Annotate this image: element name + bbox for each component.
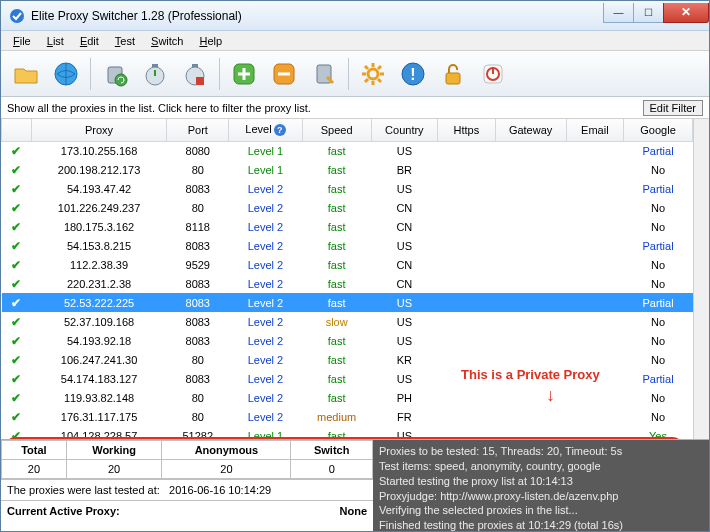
https-cell <box>438 217 495 236</box>
table-row[interactable]: ✔104.128.228.5751282Level 1fastUSYes <box>2 426 693 439</box>
gateway-cell <box>495 198 566 217</box>
edit-filter-button[interactable]: Edit Filter <box>643 100 703 116</box>
table-row[interactable]: ✔106.247.241.3080Level 2fastKRNo <box>2 350 693 369</box>
proxy-cell: 119.93.82.148 <box>31 388 166 407</box>
status-cell: ✔ <box>2 312 32 331</box>
proxy-cell: 112.2.38.39 <box>31 255 166 274</box>
table-row[interactable]: ✔176.31.117.17580Level 2mediumFRNo <box>2 407 693 426</box>
titlebar[interactable]: Elite Proxy Switcher 1.28 (Professional)… <box>1 1 709 31</box>
menu-switch[interactable]: Switch <box>143 33 191 49</box>
col-country[interactable]: Country <box>371 119 438 141</box>
table-row[interactable]: ✔54.193.47.428083Level 2fastUSPartial <box>2 179 693 198</box>
email-cell <box>566 160 623 179</box>
table-row[interactable]: ✔54.193.92.188083Level 2fastUSNo <box>2 331 693 350</box>
proxy-cell: 54.153.8.215 <box>31 236 166 255</box>
minimize-button[interactable]: — <box>603 3 633 23</box>
filter-text[interactable]: Show all the proxies in the list. Click … <box>7 102 643 114</box>
col-gateway[interactable]: Gateway <box>495 119 566 141</box>
speed-cell: slow <box>302 312 371 331</box>
col-port[interactable]: Port <box>167 119 229 141</box>
country-cell: US <box>371 369 438 388</box>
scrollbar[interactable] <box>693 119 709 439</box>
level-cell: Level 2 <box>229 312 302 331</box>
status-cell: ✔ <box>2 369 32 388</box>
menu-edit[interactable]: Edit <box>72 33 107 49</box>
table-row[interactable]: ✔52.37.109.1688083Level 2slowUSNo <box>2 312 693 331</box>
last-tested-row: The proxies were last tested at: 2016-06… <box>1 479 373 500</box>
col-proxy[interactable]: Proxy <box>31 119 166 141</box>
globe-button[interactable] <box>47 55 85 93</box>
open-folder-button[interactable] <box>7 55 45 93</box>
col-speed[interactable]: Speed <box>302 119 371 141</box>
https-cell <box>438 293 495 312</box>
email-cell <box>566 369 623 388</box>
gateway-cell <box>495 350 566 369</box>
google-cell: No <box>624 274 693 293</box>
table-row[interactable]: ✔220.231.2.388083Level 2fastCNNo <box>2 274 693 293</box>
menu-help[interactable]: Help <box>191 33 230 49</box>
table-row[interactable]: ✔173.10.255.1688080Level 1fastUSPartial <box>2 141 693 160</box>
proxy-cell: 52.53.222.225 <box>31 293 166 312</box>
status-cell: ✔ <box>2 331 32 350</box>
info-button[interactable]: ! <box>394 55 432 93</box>
last-tested-value: 2016-06-16 10:14:29 <box>169 484 271 496</box>
log-line: Proxyjudge: http://www.proxy-listen.de/a… <box>379 489 703 504</box>
server-edit-button[interactable] <box>305 55 343 93</box>
stats-total-header: Total <box>2 441 67 460</box>
menu-list[interactable]: List <box>39 33 72 49</box>
port-cell: 8083 <box>167 293 229 312</box>
menu-test[interactable]: Test <box>107 33 143 49</box>
col-status[interactable] <box>2 119 32 141</box>
table-row[interactable]: ✔200.198.212.17380Level 1fastBRNo <box>2 160 693 179</box>
speed-cell: fast <box>302 198 371 217</box>
col-level[interactable]: Level? <box>229 119 302 141</box>
google-cell: No <box>624 331 693 350</box>
timer-stop-button[interactable] <box>176 55 214 93</box>
settings-button[interactable] <box>354 55 392 93</box>
status-cell: ✔ <box>2 274 32 293</box>
app-icon <box>9 8 25 24</box>
svg-rect-8 <box>196 77 204 85</box>
proxy-cell: 176.31.117.175 <box>31 407 166 426</box>
maximize-button[interactable]: ☐ <box>633 3 663 23</box>
col-email[interactable]: Email <box>566 119 623 141</box>
log-line: Verifying the selected proxies in the li… <box>379 503 703 518</box>
add-button[interactable] <box>225 55 263 93</box>
country-cell: KR <box>371 350 438 369</box>
google-cell: Partial <box>624 369 693 388</box>
toolbar-separator <box>348 58 349 90</box>
table-row[interactable]: ✔52.53.222.2258083Level 2fastUSPartial <box>2 293 693 312</box>
speed-cell: fast <box>302 350 371 369</box>
power-button[interactable] <box>474 55 512 93</box>
speed-cell: fast <box>302 160 371 179</box>
speed-cell: fast <box>302 217 371 236</box>
remove-button[interactable] <box>265 55 303 93</box>
table-row[interactable]: ✔54.153.8.2158083Level 2fastUSPartial <box>2 236 693 255</box>
active-proxy-label: Current Active Proxy: <box>7 505 340 517</box>
table-row[interactable]: ✔101.226.249.23780Level 2fastCNNo <box>2 198 693 217</box>
proxy-cell: 180.175.3.162 <box>31 217 166 236</box>
table-row[interactable]: ✔112.2.38.399529Level 2fastCNNo <box>2 255 693 274</box>
log-panel[interactable]: Proxies to be tested: 15, Threads: 20, T… <box>373 440 709 531</box>
server-refresh-button[interactable] <box>96 55 134 93</box>
check-icon: ✔ <box>11 429 21 440</box>
country-cell: PH <box>371 388 438 407</box>
https-cell <box>438 369 495 388</box>
close-button[interactable]: ✕ <box>663 3 709 23</box>
col-google[interactable]: Google <box>624 119 693 141</box>
port-cell: 9529 <box>167 255 229 274</box>
proxy-table[interactable]: Proxy Port Level? Speed Country Https Ga… <box>1 119 693 439</box>
table-row[interactable]: ✔54.174.183.1278083Level 2fastUSPartial <box>2 369 693 388</box>
speed-cell: fast <box>302 255 371 274</box>
timer-start-button[interactable] <box>136 55 174 93</box>
col-https[interactable]: Https <box>438 119 495 141</box>
speed-cell: fast <box>302 388 371 407</box>
menu-file[interactable]: File <box>5 33 39 49</box>
proxy-cell: 104.128.228.57 <box>31 426 166 439</box>
country-cell: CN <box>371 255 438 274</box>
table-row[interactable]: ✔119.93.82.14880Level 2fastPHNo <box>2 388 693 407</box>
lock-button[interactable] <box>434 55 472 93</box>
port-cell: 80 <box>167 160 229 179</box>
help-icon[interactable]: ? <box>274 124 286 136</box>
table-row[interactable]: ✔180.175.3.1628118Level 2fastCNNo <box>2 217 693 236</box>
